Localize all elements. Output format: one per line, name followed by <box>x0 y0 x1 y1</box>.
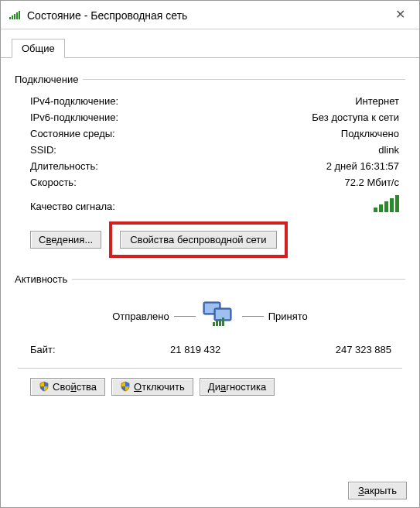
svg-rect-2 <box>14 14 15 19</box>
received-label: Принято <box>268 311 308 322</box>
tab-general[interactable]: Общие <box>12 39 65 58</box>
duration-label: Длительность: <box>30 160 98 172</box>
duration-value: 2 дней 16:31:57 <box>326 160 399 172</box>
bytes-sent: 21 819 432 <box>170 344 220 355</box>
svg-rect-11 <box>219 319 221 326</box>
svg-rect-9 <box>213 322 215 326</box>
svg-rect-4 <box>19 11 20 19</box>
ipv4-value: Интернет <box>355 95 399 107</box>
sent-label: Отправлено <box>112 311 169 322</box>
close-button[interactable]: Закрыть <box>348 482 407 499</box>
ssid-label: SSID: <box>30 144 56 156</box>
disconnect-button[interactable]: Отключить <box>111 378 193 396</box>
bytes-label: Байт: <box>30 344 56 355</box>
connection-legend: Подключение <box>15 74 83 85</box>
signal-bars-icon <box>374 195 399 212</box>
network-computers-icon <box>200 299 237 333</box>
svg-rect-12 <box>222 318 224 326</box>
dash-icon <box>242 316 264 317</box>
speed-value: 72.2 Мбит/с <box>344 177 399 188</box>
ipv6-value: Без доступа к сети <box>312 112 399 123</box>
properties-button[interactable]: Свойства <box>30 378 105 396</box>
svg-rect-1 <box>12 15 13 19</box>
window-title: Состояние - Беспроводная сеть <box>27 9 388 22</box>
details-button[interactable]: Сведения... <box>30 231 101 249</box>
ipv4-label: IPv4-подключение: <box>30 95 118 107</box>
media-value: Подключено <box>341 128 399 139</box>
highlight-box: Свойства беспроводной сети <box>109 221 287 258</box>
bytes-received: 247 323 885 <box>336 344 391 355</box>
activity-legend: Активность <box>15 273 72 285</box>
connection-group: Подключение IPv4-подключение: Интернет I… <box>15 74 405 266</box>
close-icon[interactable]: ✕ <box>388 7 411 24</box>
dash-icon <box>174 316 196 317</box>
svg-rect-0 <box>9 17 11 19</box>
svg-rect-10 <box>216 321 218 326</box>
diagnostics-button[interactable]: Диагностика <box>200 378 275 396</box>
wifi-icon <box>9 9 21 22</box>
media-label: Состояние среды: <box>30 128 115 139</box>
ssid-value: dlink <box>378 144 399 156</box>
tab-bar: Общие <box>1 33 419 58</box>
wifi-properties-button[interactable]: Свойства беспроводной сети <box>120 231 276 249</box>
shield-icon <box>39 381 50 392</box>
shield-icon <box>120 381 131 392</box>
activity-group: Активность Отправлено Принято Бай <box>15 273 405 402</box>
signal-label: Качество сигнала: <box>30 201 115 212</box>
speed-label: Скорость: <box>30 177 77 188</box>
ipv6-label: IPv6-подключение: <box>30 112 118 123</box>
svg-rect-3 <box>16 12 18 19</box>
